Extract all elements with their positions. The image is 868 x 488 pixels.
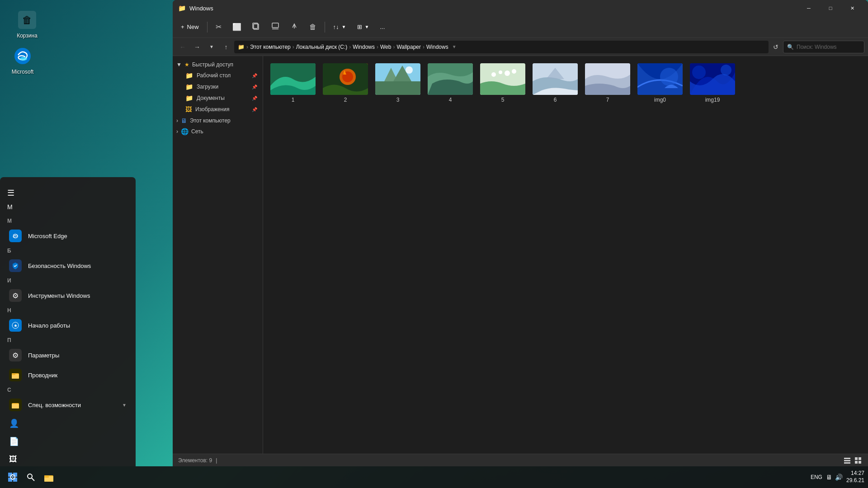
file-label-5: 5 — [501, 97, 505, 103]
explorer-content: ▼ ★ Быстрый доступ 📁 Рабочий стол 📌 📁 За… — [173, 56, 868, 454]
address-path[interactable]: 📁 › Этот компьютер › Локальный диск (C:)… — [234, 41, 769, 53]
back-button[interactable]: ← — [176, 41, 189, 53]
share-icon — [290, 22, 298, 32]
thumbnail-img19 — [690, 63, 735, 95]
file-item-2[interactable]: 2 — [321, 61, 370, 105]
grid-view-button[interactable] — [854, 456, 863, 465]
bottom-photos[interactable]: 🖼 — [0, 451, 136, 468]
edge-icon — [12, 45, 33, 67]
sidebar-downloads-label: Загрузки — [197, 84, 218, 90]
more-button[interactable]: ... — [375, 21, 389, 33]
delete-icon: 🗑 — [309, 23, 316, 31]
file-item-img19[interactable]: img19 — [688, 61, 737, 105]
taskbar-clock[interactable]: 14:27 29.6.21 — [846, 470, 864, 484]
pin-icon-desktop: 📌 — [252, 73, 257, 78]
quick-access-header[interactable]: ▼ ★ Быстрый доступ — [173, 60, 263, 70]
path-windows2[interactable]: Windows — [426, 44, 448, 50]
menu-item-security[interactable]: Безопасность Windows — [0, 256, 136, 276]
this-pc-header[interactable]: › 🖥 Этот компьютер — [173, 115, 263, 126]
sidebar-item-downloads[interactable]: 📁 Загрузки 📌 — [175, 81, 261, 92]
list-view-button[interactable] — [843, 456, 852, 465]
file-item-img0[interactable]: img0 — [636, 61, 684, 105]
forward-button[interactable]: → — [191, 41, 203, 53]
svg-rect-37 — [844, 458, 850, 459]
sidebar-item-documents[interactable]: 📁 Документы 📌 — [175, 93, 261, 103]
maximize-button[interactable]: □ — [820, 0, 841, 16]
new-button[interactable]: + New — [176, 21, 203, 33]
paste-button[interactable] — [248, 19, 265, 35]
svg-point-36 — [721, 65, 731, 75]
path-wallpaper[interactable]: Wallpaper — [396, 44, 421, 50]
file-item-5[interactable]: 5 — [478, 61, 527, 105]
quick-access-label: Быстрый доступ — [192, 61, 233, 68]
search-box[interactable]: 🔍 Поиск: Windows — [783, 41, 864, 53]
pin-icon-documents: 📌 — [252, 96, 257, 101]
thumbnail-3 — [375, 63, 420, 95]
minimize-button[interactable]: ─ — [798, 0, 819, 16]
network-tray-icon[interactable]: 🖥 — [826, 474, 832, 481]
toolbar-separator-1 — [207, 22, 208, 33]
svg-text:★: ★ — [14, 323, 18, 328]
hamburger-icon[interactable]: ☰ — [0, 184, 136, 202]
pin-icon-images: 📌 — [252, 107, 257, 112]
sidebar-item-desktop[interactable]: 📁 Рабочий стол 📌 — [175, 70, 261, 81]
path-web[interactable]: Web — [380, 44, 391, 50]
taskbar-right: ENG 🖥 🔊 14:27 29.6.21 — [811, 470, 864, 484]
path-windows[interactable]: Windows — [353, 44, 375, 50]
copy-button[interactable]: ⬜ — [228, 20, 246, 34]
section-b: Б — [0, 246, 136, 256]
taskbar-time: 14:27 — [846, 470, 864, 477]
refresh-button[interactable]: ↺ — [770, 43, 781, 51]
history-dropdown-button[interactable]: ▼ — [205, 41, 218, 53]
network-header[interactable]: › 🌐 Сеть — [173, 126, 263, 137]
desktop-icon-edge[interactable]: Microsoft — [5, 45, 41, 75]
file-item-3[interactable]: 3 — [373, 61, 422, 105]
security-menu-icon — [9, 259, 22, 272]
menu-item-settings[interactable]: ⚙ Параметры — [0, 345, 136, 365]
view-button[interactable]: ⊞ ▼ — [353, 21, 374, 33]
cut-button[interactable]: ✂ — [211, 20, 226, 34]
file-item-6[interactable]: 6 — [531, 61, 580, 105]
path-thispc[interactable]: Этот компьютер — [250, 44, 291, 50]
file-label-4: 4 — [449, 97, 452, 103]
menu-item-explorer[interactable]: Проводник — [0, 365, 136, 385]
copy-icon: ⬜ — [232, 23, 241, 31]
downloads-folder-icon: 📁 — [185, 83, 193, 90]
menu-item-tools[interactable]: ⚙ Инструменты Windows — [0, 286, 136, 305]
menu-item-getstarted[interactable]: ★ Начало работы — [0, 315, 136, 335]
this-pc-label: Этот компьютер — [190, 117, 231, 124]
sidebar-item-images[interactable]: 🖼 Изображения 📌 — [175, 104, 261, 115]
delete-button[interactable]: 🗑 — [305, 20, 321, 34]
rename-icon — [271, 22, 279, 32]
up-button[interactable]: ↑ — [220, 41, 232, 53]
file-item-4[interactable]: 4 — [426, 61, 475, 105]
rename-button[interactable] — [267, 19, 284, 35]
thumbnail-4 — [428, 63, 473, 95]
thispc-icon: 🖥 — [181, 117, 187, 124]
thumbnail-7 — [585, 63, 630, 95]
menu-item-edge[interactable]: Microsoft Edge — [0, 226, 136, 246]
desktop-icon-recycle[interactable]: 🗑 Корзина — [9, 9, 45, 39]
thumbnail-2 — [323, 63, 368, 95]
share-button[interactable] — [286, 19, 303, 35]
volume-tray-icon[interactable]: 🔊 — [835, 474, 843, 481]
explorer-addressbar: ← → ▼ ↑ 📁 › Этот компьютер › Локальный д… — [173, 38, 868, 56]
bottom-docs[interactable]: 📄 — [0, 433, 136, 450]
menu-item-accessibility[interactable]: Спец. возможности ▼ — [0, 395, 136, 415]
settings-menu-icon: ⚙ — [9, 349, 22, 361]
file-item-7[interactable]: 7 — [583, 61, 632, 105]
bottom-profile[interactable]: 👤 — [0, 415, 136, 432]
bottom-settings[interactable]: ⚙ — [0, 469, 136, 486]
status-cursor: | — [216, 457, 217, 464]
path-c[interactable]: Локальный диск (C:) — [296, 44, 348, 50]
svg-point-35 — [692, 66, 706, 79]
address-dropdown-icon[interactable]: ▼ — [450, 44, 458, 49]
sidebar-images-label: Изображения — [195, 106, 229, 113]
close-button[interactable]: ✕ — [842, 0, 863, 16]
file-label-7: 7 — [606, 97, 609, 103]
svg-rect-14 — [272, 23, 278, 28]
new-label: New — [187, 23, 199, 30]
file-item-1[interactable]: 1 — [269, 61, 317, 105]
svg-point-3 — [20, 57, 27, 61]
sort-button[interactable]: ↑↓ ▼ — [329, 21, 351, 33]
